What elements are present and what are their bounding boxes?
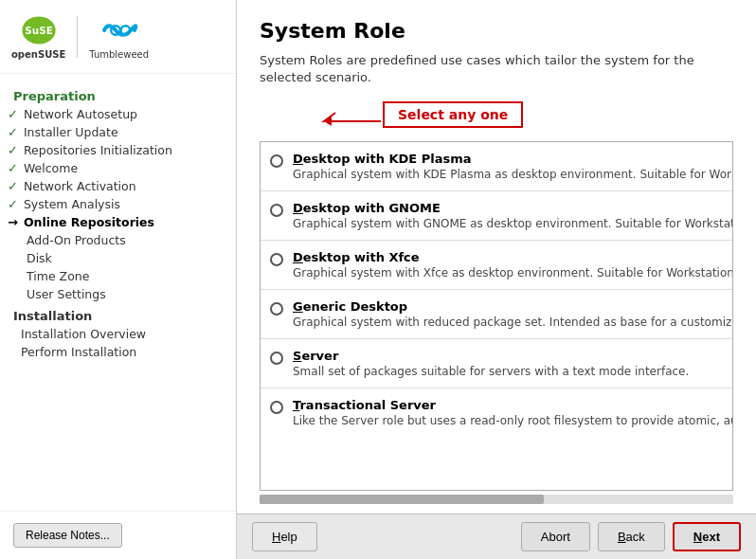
role-name-transactional-server: Transactional Server bbox=[293, 398, 733, 412]
logo-area: SuSE openSUSE Tumbleweed bbox=[0, 0, 236, 74]
role-desc-kde-plasma: Graphical system with KDE Plasma as desk… bbox=[293, 168, 733, 181]
sidebar-item-perform-installation[interactable]: Perform Installation bbox=[0, 343, 236, 361]
nav-label: Online Repositories bbox=[24, 215, 154, 229]
role-desc-generic-desktop: Graphical system with reduced package se… bbox=[293, 316, 733, 329]
role-item-xfce[interactable]: Desktop with Xfce Graphical system with … bbox=[261, 241, 732, 290]
page-title: System Role bbox=[260, 19, 733, 43]
logo-divider bbox=[77, 16, 78, 58]
nav-label: Welcome bbox=[24, 161, 78, 175]
role-name-gnome: Desktop with GNOME bbox=[293, 201, 733, 215]
sidebar-item-network-autosetup[interactable]: ✓ Network Autosetup bbox=[0, 105, 236, 123]
role-radio-server[interactable] bbox=[270, 352, 283, 365]
preparation-label: Preparation bbox=[0, 83, 236, 105]
sidebar-footer: Release Notes... bbox=[0, 511, 236, 559]
svg-text:SuSE: SuSE bbox=[25, 25, 52, 36]
role-radio-kde-plasma[interactable] bbox=[270, 154, 283, 168]
role-text-gnome: Desktop with GNOME Graphical system with… bbox=[293, 201, 733, 230]
role-text-generic-desktop: Generic Desktop Graphical system with re… bbox=[293, 299, 733, 329]
role-item-gnome[interactable]: Desktop with GNOME Graphical system with… bbox=[261, 191, 732, 241]
arrow-icon: → bbox=[8, 215, 18, 229]
role-desc-transactional-server: Like the Server role but uses a read-onl… bbox=[293, 414, 733, 427]
annotation-arrow-icon bbox=[305, 107, 390, 135]
role-name-xfce: Desktop with Xfce bbox=[293, 250, 733, 264]
nav-label: Add-On Products bbox=[27, 233, 126, 247]
nav-label: Network Autosetup bbox=[24, 107, 137, 121]
bottom-bar-left: Help bbox=[252, 522, 521, 551]
opensuse-logo: SuSE openSUSE bbox=[11, 13, 65, 60]
main-content: System Role System Roles are predefined … bbox=[237, 0, 756, 559]
next-label-rest: ext bbox=[702, 530, 720, 544]
sidebar-item-add-on-products[interactable]: Add-On Products bbox=[0, 231, 236, 249]
check-icon: ✓ bbox=[8, 125, 18, 139]
role-radio-gnome[interactable] bbox=[270, 204, 283, 217]
role-item-generic-desktop[interactable]: Generic Desktop Graphical system with re… bbox=[261, 290, 732, 339]
role-radio-xfce[interactable] bbox=[270, 253, 283, 266]
opensuse-chameleon-icon: SuSE bbox=[16, 13, 62, 47]
release-notes-button[interactable]: Release Notes... bbox=[13, 523, 122, 548]
role-text-xfce: Desktop with Xfce Graphical system with … bbox=[293, 250, 733, 280]
role-name-generic-desktop: Generic Desktop bbox=[293, 299, 733, 314]
sidebar-navigation: Preparation ✓ Network Autosetup ✓ Instal… bbox=[0, 74, 236, 511]
annotation-area: Select any one bbox=[260, 101, 733, 135]
nav-label: Network Activation bbox=[24, 179, 136, 193]
sidebar-item-network-activation[interactable]: ✓ Network Activation bbox=[0, 177, 236, 195]
callout-box: Select any one bbox=[383, 101, 523, 128]
role-text-server: Server Small set of packages suitable fo… bbox=[293, 349, 719, 378]
tumbleweed-text: Tumbleweed bbox=[89, 49, 149, 60]
content-area: System Role System Roles are predefined … bbox=[237, 0, 756, 514]
back-label-rest: ack bbox=[626, 530, 645, 544]
check-icon: ✓ bbox=[8, 179, 18, 193]
scroll-track[interactable] bbox=[260, 495, 733, 504]
sidebar-item-disk[interactable]: Disk bbox=[0, 249, 236, 267]
bottom-bar: Help Abort Back Next bbox=[237, 514, 756, 559]
help-label-rest: elp bbox=[280, 530, 297, 544]
role-item-kde-plasma[interactable]: Desktop with KDE Plasma Graphical system… bbox=[261, 142, 732, 191]
role-item-server[interactable]: Server Small set of packages suitable fo… bbox=[261, 339, 732, 388]
main-layout: SuSE openSUSE Tumbleweed Preparation ✓ bbox=[0, 0, 756, 559]
page-description: System Roles are predefined use cases wh… bbox=[260, 52, 733, 86]
check-icon: ✓ bbox=[8, 161, 18, 175]
role-name-server: Server bbox=[293, 349, 719, 363]
sidebar-item-system-analysis[interactable]: ✓ System Analysis bbox=[0, 195, 236, 213]
sidebar-item-online-repositories[interactable]: → Online Repositories bbox=[0, 213, 236, 231]
tumbleweed-icon bbox=[97, 13, 142, 47]
sidebar-item-installation-overview[interactable]: Installation Overview bbox=[0, 325, 236, 343]
next-button[interactable]: Next bbox=[673, 522, 741, 551]
sidebar-item-welcome[interactable]: ✓ Welcome bbox=[0, 159, 236, 177]
nav-label: Repositories Initialization bbox=[24, 143, 172, 157]
tumbleweed-logo: Tumbleweed bbox=[89, 13, 149, 60]
back-button[interactable]: Back bbox=[598, 522, 665, 551]
role-radio-generic-desktop[interactable] bbox=[270, 302, 283, 316]
role-desc-server: Small set of packages suitable for serve… bbox=[293, 365, 719, 378]
nav-label: Disk bbox=[27, 251, 52, 265]
role-item-transactional-server[interactable]: Transactional Server Like the Server rol… bbox=[261, 388, 732, 437]
help-button[interactable]: Help bbox=[252, 522, 317, 551]
check-icon: ✓ bbox=[8, 143, 18, 157]
nav-label: User Settings bbox=[27, 287, 106, 301]
role-desc-gnome: Graphical system with GNOME as desktop e… bbox=[293, 217, 733, 230]
roles-list: Desktop with KDE Plasma Graphical system… bbox=[260, 141, 733, 491]
sidebar: SuSE openSUSE Tumbleweed Preparation ✓ bbox=[0, 0, 237, 559]
opensuse-text: openSUSE bbox=[11, 49, 65, 60]
nav-label: Installation Overview bbox=[21, 327, 146, 341]
sidebar-item-installer-update[interactable]: ✓ Installer Update bbox=[0, 123, 236, 141]
nav-label: Perform Installation bbox=[21, 345, 136, 359]
bottom-bar-right: Abort Back Next bbox=[521, 522, 741, 551]
sidebar-item-repositories-init[interactable]: ✓ Repositories Initialization bbox=[0, 141, 236, 159]
sidebar-item-user-settings[interactable]: User Settings bbox=[0, 285, 236, 303]
nav-label: Installer Update bbox=[24, 125, 118, 139]
check-icon: ✓ bbox=[8, 107, 18, 121]
role-text-kde-plasma: Desktop with KDE Plasma Graphical system… bbox=[293, 152, 733, 181]
role-radio-transactional-server[interactable] bbox=[270, 401, 283, 414]
role-text-transactional-server: Transactional Server Like the Server rol… bbox=[293, 398, 733, 427]
sidebar-item-time-zone[interactable]: Time Zone bbox=[0, 267, 236, 285]
nav-label: System Analysis bbox=[24, 197, 120, 211]
installation-label: Installation bbox=[0, 303, 236, 325]
abort-button[interactable]: Abort bbox=[521, 522, 590, 551]
check-icon: ✓ bbox=[8, 197, 18, 211]
nav-label: Time Zone bbox=[27, 269, 89, 283]
role-name-kde-plasma: Desktop with KDE Plasma bbox=[293, 152, 733, 166]
scroll-thumb[interactable] bbox=[260, 495, 544, 504]
role-desc-xfce: Graphical system with Xfce as desktop en… bbox=[293, 266, 733, 280]
